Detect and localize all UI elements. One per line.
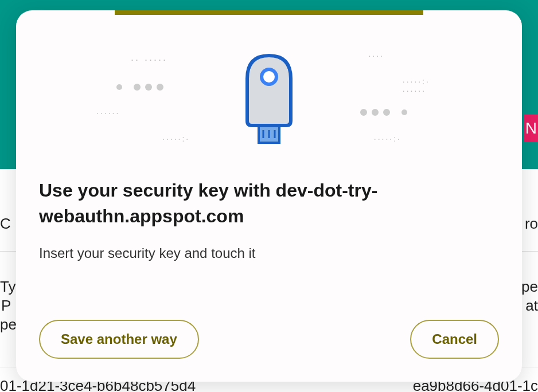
decorative-dots: ·····:· bbox=[162, 134, 190, 143]
security-key-icon bbox=[240, 51, 298, 148]
cancel-button[interactable]: Cancel bbox=[410, 320, 499, 359]
progress-bar bbox=[115, 10, 423, 15]
save-another-way-button[interactable]: Save another way bbox=[39, 320, 199, 359]
svg-point-4 bbox=[262, 69, 276, 84]
dialog-subtitle: Insert your security key and touch it bbox=[39, 245, 499, 261]
background-text: ro bbox=[525, 215, 538, 233]
decorative-dots: ·····:······· bbox=[403, 77, 430, 95]
illustration: ·· ····· ······ ···· ·····:······· ·····… bbox=[39, 42, 499, 157]
background-text: Ty bbox=[0, 278, 15, 296]
dialog-title: Use your security key with dev-dot-try-w… bbox=[39, 178, 499, 229]
button-row: Save another way Cancel bbox=[39, 320, 499, 359]
background-text: at bbox=[525, 297, 538, 315]
decorative-dots: ······ bbox=[96, 108, 120, 117]
decorative-dots: ···· bbox=[368, 51, 384, 60]
security-key-dialog: ·· ····· ······ ···· ·····:······· ·····… bbox=[16, 10, 522, 382]
decorative-dots bbox=[360, 109, 407, 116]
background-text: pe bbox=[0, 316, 17, 334]
new-badge: N bbox=[524, 115, 538, 142]
decorative-dots: ·· ····· bbox=[131, 54, 167, 66]
dialog-content: ·· ····· ······ ···· ·····:······· ·····… bbox=[16, 10, 522, 382]
decorative-dots bbox=[116, 84, 163, 91]
background-text: pe bbox=[521, 278, 538, 296]
background-text: C bbox=[0, 215, 11, 233]
background-text: P bbox=[1, 297, 11, 315]
decorative-dots: ·····:· bbox=[374, 134, 401, 143]
